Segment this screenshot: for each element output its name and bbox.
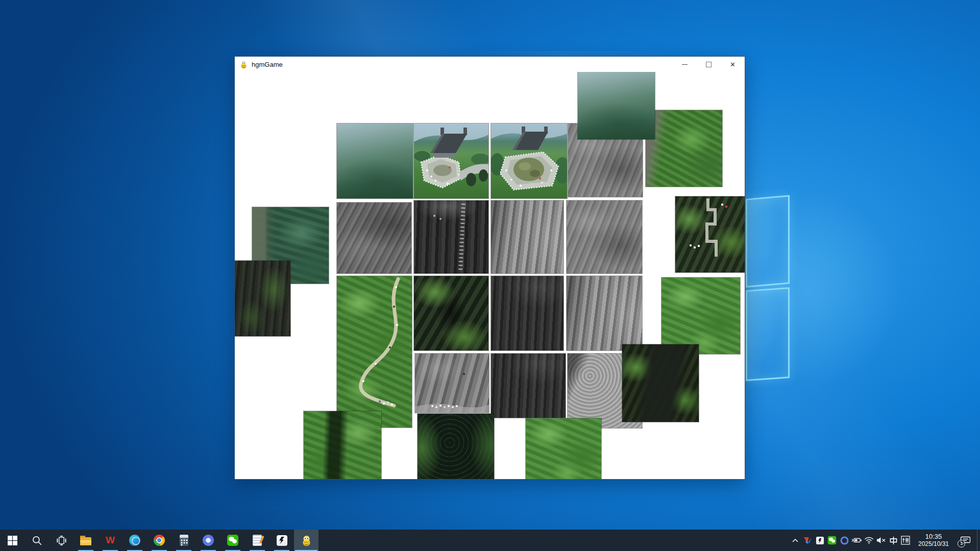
- clock-date: 2025/10/31: [912, 540, 955, 548]
- puzzle-piece-float-moss-dk[interactable]: [622, 344, 699, 422]
- wifi-icon: [864, 537, 874, 544]
- puzzle-piece-r1c3[interactable]: [491, 123, 567, 198]
- puzzle-piece-r2c3[interactable]: [491, 201, 564, 273]
- taskbar-button-wps[interactable]: W: [98, 530, 122, 551]
- tray-button-antivirus[interactable]: [801, 530, 814, 551]
- tray-button-battery[interactable]: [850, 530, 863, 551]
- search-icon: [32, 535, 42, 546]
- puzzle-piece-r1c1[interactable]: [337, 123, 413, 198]
- puzzle-piece-r1c2[interactable]: [414, 123, 488, 198]
- notification-badge: 1: [958, 540, 965, 547]
- taskbar-button-python-game[interactable]: [294, 530, 318, 551]
- puzzle-piece-float-bush[interactable]: [646, 110, 722, 187]
- edge-browser-icon: [129, 535, 140, 546]
- close-button[interactable]: ✕: [721, 57, 745, 72]
- tray-button-ime-zh[interactable]: [887, 530, 899, 551]
- puzzle-piece-r2c4[interactable]: [567, 201, 642, 273]
- puzzle-piece-r3c3[interactable]: [491, 276, 564, 350]
- taskbar-button-task-view[interactable]: [49, 530, 74, 551]
- taskbar-clock[interactable]: 10:35 2025/10/31: [912, 530, 955, 551]
- minimize-button[interactable]: [673, 57, 697, 72]
- ring-app-icon: [203, 535, 214, 546]
- lightning-app-icon: [277, 535, 287, 546]
- puzzle-piece-float-stairs[interactable]: [675, 196, 745, 272]
- chinese-input-icon: [889, 536, 898, 545]
- taskbar-button-file-explorer[interactable]: [74, 530, 98, 551]
- titlebar[interactable]: hgmGame ✕: [235, 57, 745, 72]
- puzzle-piece-r3c2[interactable]: [414, 276, 488, 350]
- tray-button-flash-tool[interactable]: [814, 530, 826, 551]
- volume-muted-icon: [876, 537, 886, 544]
- taskbar-button-browser-ring[interactable]: [196, 530, 220, 551]
- taskbar-button-calculator[interactable]: [172, 530, 196, 551]
- flash-tool-icon: [816, 536, 823, 544]
- python-app-icon: [239, 60, 248, 69]
- puzzle-piece-r2c1[interactable]: [337, 203, 411, 273]
- puzzle-piece-float-canopy-r[interactable]: [662, 278, 740, 354]
- windows-logo-pane-icon: [746, 195, 790, 288]
- taskbar-button-notepad[interactable]: [245, 530, 270, 551]
- puzzle-piece-tall-trail[interactable]: [337, 276, 412, 428]
- chevron-up-icon: [792, 538, 798, 542]
- puzzle-piece-float-cliff-l[interactable]: [235, 261, 290, 336]
- antivirus-icon: [803, 536, 812, 544]
- wechat-tray-icon: [828, 536, 837, 545]
- taskbar-button-start[interactable]: [0, 530, 24, 551]
- wechat-icon: [227, 535, 238, 546]
- puzzle-piece-float-canopy-b[interactable]: [526, 418, 601, 479]
- puzzle-piece-float-canopy-bl[interactable]: [304, 411, 381, 479]
- task-view-icon: [57, 536, 66, 545]
- taskbar-button-chrome[interactable]: [147, 530, 172, 551]
- tray-button-browser-ring-tray[interactable]: [838, 530, 850, 551]
- chrome-browser-icon: [154, 535, 165, 546]
- taskbar: W 10:35 2025/10/31 1: [0, 530, 980, 551]
- taskbar-empty-area: [318, 530, 789, 551]
- show-desktop-button[interactable]: [977, 530, 980, 551]
- puzzle-piece-r2c2[interactable]: [414, 201, 488, 273]
- puzzle-board: [235, 72, 745, 479]
- python-game-icon: [301, 535, 312, 546]
- ring-tray-icon: [840, 536, 849, 545]
- battery-icon: [851, 537, 862, 544]
- tray-button-volume-muted[interactable]: [875, 530, 887, 551]
- file-explorer-icon: [80, 537, 91, 545]
- minimize-icon: [682, 64, 688, 65]
- tray-button-wifi[interactable]: [863, 530, 875, 551]
- taskbar-button-search[interactable]: [24, 530, 49, 551]
- tray-button-tray-expand[interactable]: [789, 530, 801, 551]
- close-icon: ✕: [730, 61, 736, 68]
- maximize-icon: [706, 62, 712, 67]
- maximize-button[interactable]: [697, 57, 721, 72]
- pinyin-input-icon: [901, 536, 910, 545]
- tray-button-ime-pinyin[interactable]: [899, 530, 912, 551]
- puzzle-piece-r3c4[interactable]: [567, 276, 642, 350]
- taskbar-button-wechat[interactable]: [220, 530, 245, 551]
- calculator-icon: [180, 535, 188, 546]
- window-title: hgmGame: [252, 61, 283, 68]
- action-center-button[interactable]: 1: [955, 530, 976, 551]
- windows-logo-pane-icon: [746, 287, 790, 381]
- taskbar-button-thunder[interactable]: [270, 530, 294, 551]
- puzzle-piece-float-water[interactable]: [418, 414, 494, 479]
- puzzle-piece-r4c2[interactable]: [415, 354, 489, 413]
- puzzle-piece-float-mist[interactable]: [578, 72, 655, 139]
- hgmgame-window: hgmGame ✕: [234, 56, 745, 480]
- notepad-icon: [253, 535, 262, 546]
- puzzle-piece-r4c3[interactable]: [491, 354, 566, 418]
- start-icon: [8, 536, 17, 545]
- wps-office-icon: W: [106, 535, 115, 546]
- tray-button-wechat-tray[interactable]: [826, 530, 838, 551]
- clock-time: 10:35: [912, 533, 955, 540]
- taskbar-button-edge[interactable]: [122, 530, 147, 551]
